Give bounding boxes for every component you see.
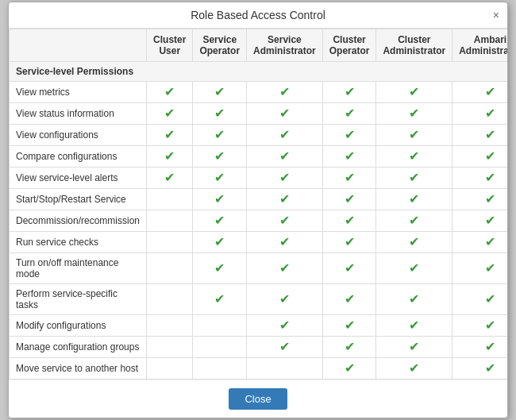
check-cell: ✔ (376, 189, 452, 210)
check-cell: ✔ (322, 146, 376, 168)
check-cell: ✔ (376, 358, 452, 380)
dialog-header: Role Based Access Control × (9, 2, 507, 29)
checkmark-icon: ✔ (345, 361, 355, 375)
check-cell: ✔ (376, 284, 452, 315)
table-row: Perform service-specific tasks✔✔✔✔✔ (10, 284, 508, 315)
check-cell: ✔ (452, 189, 507, 210)
dialog-body: Cluster User Service Operator Service Ad… (9, 29, 507, 380)
checkmark-icon: ✔ (164, 149, 175, 163)
checkmark-icon: ✔ (214, 85, 225, 98)
checkmark-icon: ✔ (164, 128, 175, 141)
checkmark-icon: ✔ (485, 192, 495, 206)
check-cell: ✔ (452, 232, 507, 253)
check-cell: ✔ (376, 82, 452, 103)
check-cell: ✔ (193, 103, 247, 125)
checkmark-icon: ✔ (409, 192, 419, 206)
feature-cell: Modify configurations (10, 315, 147, 337)
feature-cell: View status information (10, 103, 147, 125)
checkmark-icon: ✔ (409, 171, 419, 184)
checkmark-icon: ✔ (345, 318, 355, 332)
check-cell: ✔ (247, 253, 323, 284)
check-cell: ✔ (322, 232, 376, 253)
check-cell: ✔ (247, 168, 323, 189)
table-row: Manage configuration groups✔✔✔✔ (10, 337, 508, 358)
check-cell: ✔ (452, 125, 507, 146)
checkmark-icon: ✔ (279, 106, 290, 120)
check-cell: ✔ (193, 82, 247, 103)
check-cell: ✔ (452, 210, 507, 232)
check-cell: ✔ (376, 146, 452, 168)
check-cell: ✔ (452, 315, 507, 337)
check-cell: ✔ (452, 146, 507, 168)
check-cell: ✔ (322, 103, 376, 125)
check-cell: ✔ (147, 82, 193, 103)
checkmark-icon: ✔ (345, 192, 355, 206)
checkmark-icon: ✔ (279, 149, 290, 163)
feature-cell: Start/Stop/Restart Service (10, 189, 147, 210)
checkmark-icon: ✔ (485, 128, 495, 141)
check-cell: ✔ (247, 210, 323, 232)
checkmark-icon: ✔ (409, 128, 419, 141)
feature-cell: View service-level alerts (10, 168, 147, 189)
check-cell: ✔ (452, 337, 507, 358)
table-row: Decommission/recommission✔✔✔✔✔ (10, 210, 508, 232)
close-icon[interactable]: × (493, 10, 499, 21)
checkmark-icon: ✔ (279, 214, 290, 227)
checkmark-icon: ✔ (279, 85, 290, 98)
table-row: Turn on/off maintenance mode✔✔✔✔✔ (10, 253, 508, 284)
check-cell: ✔ (376, 103, 452, 125)
feature-cell: Move service to another host (10, 358, 147, 380)
feature-cell: View configurations (10, 125, 147, 146)
checkmark-icon: ✔ (345, 149, 355, 163)
checkmark-icon: ✔ (485, 261, 495, 275)
col-service-operator: Service Operator (193, 29, 247, 62)
check-cell: ✔ (193, 232, 247, 253)
checkmark-icon: ✔ (485, 214, 495, 227)
checkmark-icon: ✔ (485, 292, 495, 306)
table-row: Modify configurations✔✔✔✔ (10, 315, 508, 337)
check-cell: ✔ (376, 337, 452, 358)
feature-cell: Perform service-specific tasks (10, 284, 147, 315)
table-row: View status information✔✔✔✔✔✔ (10, 103, 508, 125)
checkmark-icon: ✔ (485, 85, 495, 98)
check-cell: ✔ (193, 189, 247, 210)
check-cell: ✔ (322, 284, 376, 315)
check-cell: ✔ (247, 125, 323, 146)
table-row: View service-level alerts✔✔✔✔✔✔ (10, 168, 508, 189)
checkmark-icon: ✔ (409, 361, 419, 375)
feature-cell: View metrics (10, 82, 147, 103)
check-cell: ✔ (452, 168, 507, 189)
check-cell: ✔ (376, 232, 452, 253)
checkmark-icon: ✔ (345, 235, 355, 249)
section-header-row: Service-level Permissions (10, 62, 508, 82)
checkmark-icon: ✔ (214, 192, 225, 206)
checkmark-icon: ✔ (345, 85, 355, 98)
checkmark-icon: ✔ (409, 340, 419, 353)
check-cell: ✔ (322, 82, 376, 103)
check-cell (193, 358, 247, 380)
check-cell (147, 358, 193, 380)
rbac-dialog: Role Based Access Control × Cluster User… (8, 2, 508, 418)
table-header-row: Cluster User Service Operator Service Ad… (10, 29, 508, 62)
check-cell (193, 315, 247, 337)
col-cluster-user: Cluster User (147, 29, 193, 62)
check-cell: ✔ (247, 146, 323, 168)
check-cell: ✔ (247, 337, 323, 358)
checkmark-icon: ✔ (214, 171, 225, 184)
feature-cell: Run service checks (10, 232, 147, 253)
checkmark-icon: ✔ (409, 235, 419, 249)
checkmark-icon: ✔ (214, 128, 225, 141)
checkmark-icon: ✔ (345, 171, 355, 184)
checkmark-icon: ✔ (214, 292, 225, 306)
checkmark-icon: ✔ (214, 214, 225, 227)
table-row: View configurations✔✔✔✔✔✔ (10, 125, 508, 146)
col-cluster-operator: Cluster Operator (322, 29, 376, 62)
check-cell: ✔ (147, 168, 193, 189)
check-cell: ✔ (322, 358, 376, 380)
checkmark-icon: ✔ (345, 128, 355, 141)
close-button[interactable]: Close (229, 388, 287, 410)
dialog-footer: Close (9, 380, 507, 418)
feature-cell: Compare configurations (10, 146, 147, 168)
checkmark-icon: ✔ (485, 235, 495, 249)
checkmark-icon: ✔ (345, 106, 355, 120)
